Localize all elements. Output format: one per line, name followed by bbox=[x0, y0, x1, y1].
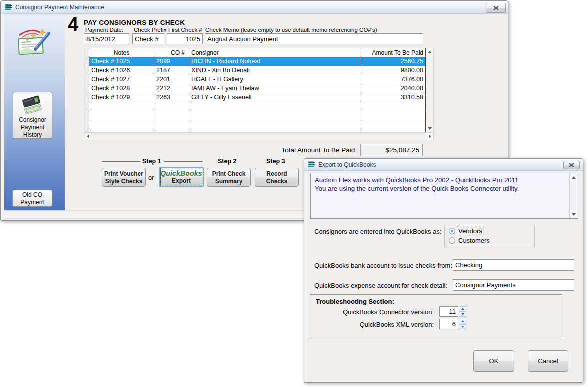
first-check-label: First Check # bbox=[168, 27, 202, 33]
spinner-up-button[interactable] bbox=[459, 319, 466, 324]
main-window-title: Consignor Payment Maintenance bbox=[16, 4, 104, 11]
table-row-empty[interactable] bbox=[84, 112, 426, 120]
dialog-title: Export to QuickBooks bbox=[318, 162, 376, 168]
step1-label: Step 1 bbox=[142, 158, 162, 165]
table-row[interactable]: Check # 1025 2099 RICHN - Richard Notrea… bbox=[84, 58, 426, 66]
expense-account-input[interactable] bbox=[453, 280, 574, 291]
connector-version-spinner[interactable] bbox=[440, 306, 466, 317]
history-button-label-line3: History bbox=[14, 132, 52, 139]
history-button-label-line1: Consignor bbox=[14, 116, 52, 124]
total-amount-label: Total Amount To Be Paid: bbox=[241, 146, 357, 154]
cancel-button[interactable]: Cancel bbox=[528, 350, 568, 372]
quickbooks-export-button[interactable]: QuickBooks Export bbox=[159, 167, 204, 188]
payment-date-label: Payment Date: bbox=[86, 27, 124, 33]
app-icon bbox=[4, 4, 12, 12]
spinner-up-button[interactable] bbox=[459, 306, 466, 312]
connector-version-label: QuickBooks Connector version: bbox=[316, 308, 434, 316]
col-header-amount: Amount To Be Paid bbox=[360, 48, 426, 58]
scroll-right-arrow[interactable] bbox=[426, 133, 434, 140]
check-memo-label: Check Memo (leave empty to use default m… bbox=[206, 27, 378, 33]
step-number: 4 bbox=[68, 14, 78, 36]
bank-account-input[interactable] bbox=[453, 260, 574, 271]
main-close-button[interactable] bbox=[486, 3, 506, 13]
scroll-up-arrow[interactable] bbox=[426, 48, 434, 56]
scroll-down-arrow[interactable] bbox=[426, 125, 434, 132]
expense-account-label: QuickBooks expense account for check det… bbox=[314, 282, 448, 290]
export-to-quickbooks-dialog: Export to QuickBooks Auction Flex works … bbox=[304, 158, 584, 383]
history-button-label-line2: Payment bbox=[14, 124, 52, 132]
table-row[interactable]: Check # 1027 2201 HGALL - H Gallery 7376… bbox=[84, 76, 426, 84]
check-prefix-label: Check Prefix bbox=[134, 27, 166, 33]
bank-account-label: QuickBooks bank account to issue checks … bbox=[314, 262, 452, 270]
col-header-consignor: Consignor bbox=[190, 48, 360, 58]
total-amount-value: $25,087.25 bbox=[360, 144, 423, 156]
print-voucher-checks-button[interactable]: Print Voucher Style Checks bbox=[102, 168, 146, 187]
dialog-titlebar[interactable]: Export to QuickBooks bbox=[304, 159, 583, 171]
spinner-down-button[interactable] bbox=[459, 312, 466, 318]
scroll-up-arrow[interactable] bbox=[570, 174, 578, 181]
record-checks-button[interactable]: Record Checks bbox=[255, 168, 299, 187]
table-row[interactable]: Check # 1026 2187 XIND - Xin Bo Denali 9… bbox=[84, 66, 426, 76]
step1-line-right bbox=[164, 162, 203, 162]
xml-version-spinner[interactable] bbox=[440, 319, 466, 330]
connector-version-input[interactable] bbox=[440, 306, 458, 317]
check-wizard-icon bbox=[16, 28, 52, 62]
close-icon bbox=[494, 6, 499, 10]
col-header-co: CO # bbox=[154, 48, 190, 58]
col-header-notes: Notes bbox=[90, 48, 154, 58]
close-icon bbox=[569, 163, 574, 168]
quickbooks-info-text: Auction Flex works with QuickBooks Pro 2… bbox=[315, 176, 566, 193]
consignor-table: Notes CO # Consignor Amount To Be Paid C… bbox=[84, 48, 434, 140]
entered-as-label: Consignors are entered into QuickBooks a… bbox=[314, 228, 442, 236]
check-prefix-input[interactable] bbox=[132, 34, 164, 44]
table-row[interactable]: Check # 1029 2263 GILLY - Gilly Essenell… bbox=[84, 94, 426, 102]
quickbooks-info-box: Auction Flex works with QuickBooks Pro 2… bbox=[310, 173, 578, 219]
oldco-label-line2: Payment bbox=[13, 199, 52, 206]
entered-as-group: Vendors Customers bbox=[444, 225, 535, 248]
main-titlebar[interactable]: Consignor Payment Maintenance bbox=[1, 1, 508, 14]
vendors-radio[interactable]: Vendors bbox=[449, 228, 484, 235]
first-check-input[interactable] bbox=[167, 34, 203, 44]
step3-label: Step 3 bbox=[266, 158, 286, 165]
table-vertical-scrollbar[interactable] bbox=[426, 48, 434, 132]
or-text: or bbox=[148, 174, 154, 182]
payment-date-input[interactable] bbox=[84, 34, 130, 44]
grid-header-indicator bbox=[84, 48, 90, 58]
table-row-empty[interactable] bbox=[84, 102, 426, 112]
customers-radio-label: Customers bbox=[458, 237, 491, 244]
spinner-down-button[interactable] bbox=[459, 324, 466, 330]
checkbook-icon bbox=[22, 109, 44, 116]
sidebar: Consignor Payment History Old CO Payment bbox=[4, 14, 65, 210]
xml-version-label: QuickBooks XML version: bbox=[316, 321, 434, 328]
dialog-icon bbox=[308, 161, 316, 168]
grid: Notes CO # Consignor Amount To Be Paid C… bbox=[84, 48, 426, 132]
vendors-radio-label: Vendors bbox=[458, 228, 484, 235]
grid-header-row: Notes CO # Consignor Amount To Be Paid bbox=[84, 48, 426, 58]
consignor-payment-history-button[interactable]: Consignor Payment History bbox=[13, 92, 52, 139]
table-row-empty[interactable] bbox=[84, 130, 426, 132]
table-row-empty[interactable] bbox=[84, 120, 426, 130]
step1-line-left bbox=[102, 162, 140, 162]
scroll-down-arrow[interactable] bbox=[570, 211, 578, 218]
old-co-payment-button[interactable]: Old CO Payment bbox=[12, 190, 52, 207]
xml-version-input[interactable] bbox=[440, 319, 458, 330]
step2-label: Step 2 bbox=[218, 158, 237, 165]
oldco-label-line1: Old CO bbox=[13, 192, 52, 199]
desktop: Consignor Payment Maintenance bbox=[0, 0, 588, 387]
ok-button[interactable]: OK bbox=[474, 350, 514, 372]
table-horizontal-scrollbar[interactable] bbox=[84, 132, 434, 140]
customers-radio[interactable]: Customers bbox=[449, 237, 491, 244]
dialog-close-button[interactable] bbox=[564, 161, 580, 170]
troubleshooting-title: Troubleshooting Section: bbox=[316, 298, 394, 306]
info-scrollbar[interactable] bbox=[570, 174, 578, 218]
page-title: PAY CONSIGNORS BY CHECK bbox=[84, 19, 185, 26]
grid-rows: Check # 1025 2099 RICHN - Richard Notrea… bbox=[84, 58, 426, 132]
check-memo-input[interactable] bbox=[205, 34, 424, 44]
troubleshooting-section: Troubleshooting Section: QuickBooks Conn… bbox=[310, 294, 562, 340]
radio-unselected-icon[interactable] bbox=[449, 238, 456, 244]
scroll-left-arrow[interactable] bbox=[84, 133, 92, 140]
table-row[interactable]: Check # 1028 2212 IAMLAW - Eyam Thelaw 2… bbox=[84, 84, 426, 94]
radio-selected-icon[interactable] bbox=[449, 228, 456, 234]
print-check-summary-button[interactable]: Print Check Summary bbox=[207, 168, 251, 187]
